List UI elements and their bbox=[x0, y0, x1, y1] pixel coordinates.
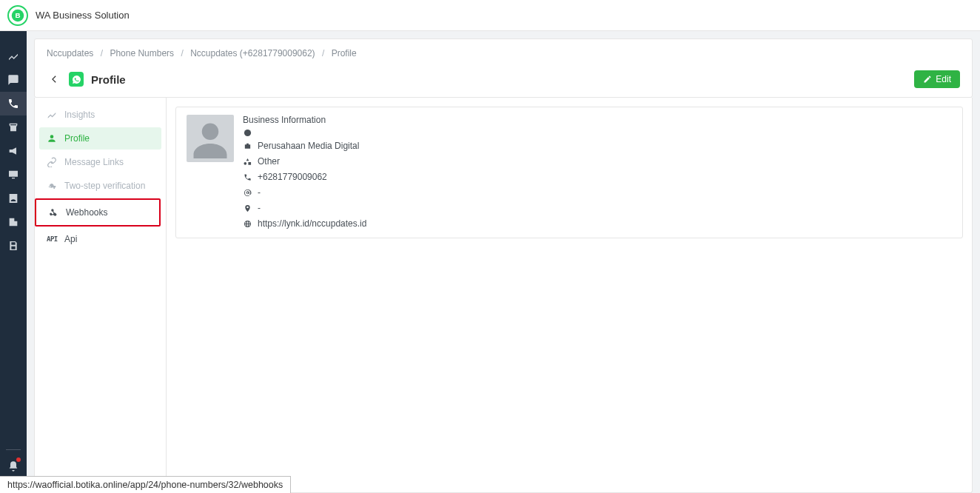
breadcrumb-item-3: Profile bbox=[332, 48, 357, 58]
breadcrumb: Nccupdates / Phone Numbers / Nccupdates … bbox=[35, 39, 972, 67]
info-about-row bbox=[243, 128, 952, 137]
location-icon bbox=[243, 204, 252, 212]
subnav-insights[interactable]: Insights bbox=[39, 104, 161, 126]
info-email-row: - bbox=[243, 186, 952, 199]
briefcase-icon bbox=[243, 141, 252, 150]
edit-button-label: Edit bbox=[936, 74, 951, 84]
phone-icon bbox=[243, 172, 252, 181]
subnav-label: Insights bbox=[64, 110, 95, 120]
svg-point-2 bbox=[244, 129, 250, 135]
subnav-label: Webhooks bbox=[66, 207, 107, 218]
subnav-label: Message Links bbox=[64, 157, 124, 167]
sub-navigation: Insights Profile Message Links Two-step … bbox=[35, 98, 167, 492]
rail-phone[interactable] bbox=[0, 92, 27, 115]
subnav-api[interactable]: API Api bbox=[39, 228, 161, 250]
rail-analytics[interactable] bbox=[0, 44, 27, 68]
app-logo: B bbox=[7, 5, 28, 26]
rail-desktop[interactable] bbox=[0, 163, 27, 187]
business-website: https://lynk.id/nccupdates.id bbox=[258, 217, 366, 230]
subnav-two-step[interactable]: Two-step verification bbox=[39, 175, 161, 197]
api-icon: API bbox=[47, 235, 57, 243]
info-phone-row: +6281779009062 bbox=[243, 170, 952, 184]
info-icon bbox=[243, 128, 252, 137]
edit-button[interactable]: Edit bbox=[914, 70, 960, 88]
rail-divider bbox=[6, 449, 21, 450]
notification-dot bbox=[16, 457, 21, 462]
status-bar-url: https://waofficial.botika.online/app/24/… bbox=[0, 476, 291, 493]
page-title: Profile bbox=[91, 73, 126, 86]
rail-chat[interactable] bbox=[0, 68, 27, 92]
business-company: Perusahaan Media Digital bbox=[258, 139, 359, 152]
info-address-row: - bbox=[243, 201, 952, 215]
subnav-webhooks[interactable]: Webhooks bbox=[35, 198, 161, 227]
business-email: - bbox=[258, 186, 261, 199]
globe-icon bbox=[243, 219, 252, 228]
page-header: Profile Edit bbox=[35, 67, 972, 97]
business-address: - bbox=[258, 201, 261, 215]
rail-broadcast[interactable] bbox=[0, 139, 27, 163]
category-icon bbox=[243, 157, 252, 166]
back-button[interactable] bbox=[47, 72, 61, 87]
rail-save[interactable] bbox=[0, 234, 27, 258]
at-icon bbox=[243, 188, 252, 197]
subnav-profile[interactable]: Profile bbox=[39, 127, 161, 150]
breadcrumb-item-2[interactable]: Nccupdates (+6281779009062) bbox=[190, 48, 315, 58]
rail-contacts[interactable] bbox=[0, 187, 27, 210]
breadcrumb-item-1[interactable]: Phone Numbers bbox=[110, 48, 174, 58]
detail-panel: Business Information Perusahaan Media Di… bbox=[167, 98, 972, 492]
whatsapp-icon bbox=[69, 72, 84, 87]
svg-text:B: B bbox=[15, 11, 20, 19]
business-phone: +6281779009062 bbox=[258, 170, 327, 184]
page-card: Nccupdates / Phone Numbers / Nccupdates … bbox=[34, 38, 973, 98]
subnav-label: Api bbox=[64, 234, 77, 244]
subnav-label: Profile bbox=[64, 133, 90, 144]
app-header: B WA Business Solution bbox=[0, 0, 980, 31]
app-title: WA Business Solution bbox=[36, 10, 130, 21]
business-info-heading: Business Information bbox=[243, 115, 952, 125]
info-website-row: https://lynk.id/nccupdates.id bbox=[243, 217, 952, 230]
business-category: Other bbox=[258, 155, 280, 168]
subnav-label: Two-step verification bbox=[64, 181, 145, 191]
info-category-row: Other bbox=[243, 155, 952, 168]
breadcrumb-item-0[interactable]: Nccupdates bbox=[47, 48, 93, 58]
subnav-message-links[interactable]: Message Links bbox=[39, 151, 161, 173]
business-avatar bbox=[187, 115, 234, 162]
rail-reports[interactable] bbox=[0, 210, 27, 234]
info-company-row: Perusahaan Media Digital bbox=[243, 139, 952, 152]
rail-store[interactable] bbox=[0, 115, 27, 139]
rail-notifications[interactable] bbox=[0, 455, 27, 478]
left-rail bbox=[0, 31, 27, 493]
